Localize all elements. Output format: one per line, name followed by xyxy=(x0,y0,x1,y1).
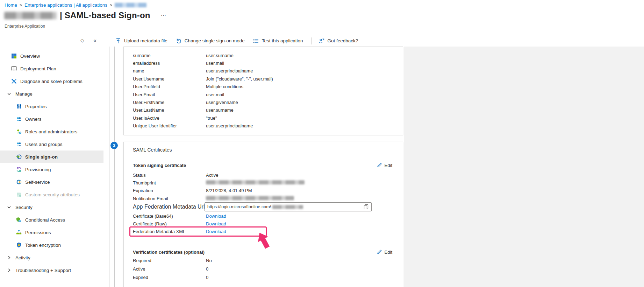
download-federation-metadata-link[interactable]: Download xyxy=(206,229,266,234)
sliders-icon xyxy=(16,104,22,109)
book-icon xyxy=(11,66,17,71)
active-label: Active xyxy=(133,266,206,272)
got-feedback-button[interactable]: Got feedback? xyxy=(319,38,358,44)
sidebar-group-manage[interactable]: Manage xyxy=(0,88,103,100)
required-label: Required xyxy=(133,258,206,263)
sidebar-item-self-service[interactable]: Self-service xyxy=(0,176,103,188)
attributes-icon xyxy=(16,192,22,197)
sidebar-item-users-groups[interactable]: Users and groups xyxy=(0,138,103,150)
sidebar-group-troubleshooting[interactable]: Troubleshooting + Support xyxy=(0,264,103,276)
verification-certificates-title: Verification certificates (optional) xyxy=(133,250,205,255)
sidebar-item-provisioning[interactable]: Provisioning xyxy=(0,163,103,176)
notification-email-label: Notification Email xyxy=(133,196,206,201)
change-sso-mode-button[interactable]: Change single sign-on mode xyxy=(176,38,245,44)
blade-background xyxy=(404,47,644,287)
token-signing-title: Token signing certificate xyxy=(133,163,186,168)
copy-icon[interactable] xyxy=(363,204,369,210)
claim-row: nameuser.userprincipalname xyxy=(133,67,394,75)
breadcrumb: Home > Enterprise applications | All app… xyxy=(5,2,147,8)
sidebar-group-security[interactable]: Security xyxy=(0,201,103,214)
metadata-url-label: App Federation Metadata Url xyxy=(133,204,206,210)
claim-row: User.LastNameuser.surname xyxy=(133,106,394,114)
page-header: Home > Enterprise applications | All app… xyxy=(0,0,644,35)
thumbprint-value-redacted xyxy=(206,180,305,184)
thumbprint-label: Thumbprint xyxy=(133,180,206,186)
collapse-menu-icon[interactable]: « xyxy=(93,37,96,44)
sidebar-item-overview[interactable]: Overview xyxy=(0,50,103,62)
main-content: 3 surnameuser.surname emailaddressuser.m… xyxy=(110,47,644,287)
expired-value: 0 xyxy=(206,275,392,280)
sidebar-group-activity[interactable]: Activity xyxy=(0,251,103,264)
federation-xml-label: Federation Metadata XML xyxy=(133,229,206,234)
claim-row: User.IsActive"true" xyxy=(133,114,394,122)
token-signing-header: Token signing certificate Edit xyxy=(133,162,392,169)
notification-email-redacted xyxy=(206,196,294,200)
sidebar-item-single-sign-on[interactable]: Single sign-on xyxy=(0,150,103,163)
chevron-right-icon xyxy=(7,268,11,272)
step-connector-line xyxy=(114,47,115,287)
metadata-url-redacted xyxy=(272,205,303,209)
sidebar-menu: Overview Deployment Plan Diagnose and so… xyxy=(0,47,103,287)
sidebar-item-deployment-plan[interactable]: Deployment Plan xyxy=(0,62,103,75)
cert-raw-label: Certificate (Raw) xyxy=(133,221,206,226)
feedback-icon xyxy=(319,38,324,44)
chevron-down-icon xyxy=(7,92,11,96)
test-application-button[interactable]: Test this application xyxy=(253,38,303,44)
active-value: 0 xyxy=(206,266,392,272)
sidebar-item-properties[interactable]: Properties xyxy=(0,100,103,113)
sidebar-item-permissions[interactable]: Permissions xyxy=(0,226,103,239)
status-label: Status xyxy=(133,173,206,178)
download-raw-link[interactable]: Download xyxy=(206,221,392,226)
verification-certificates-header: Verification certificates (optional) Edi… xyxy=(133,248,392,255)
certificate-download-rows: Certificate (Base64)Download Certificate… xyxy=(133,212,392,228)
breadcrumb-enterprise-apps[interactable]: Enterprise applications | All applicatio… xyxy=(24,2,107,8)
federation-metadata-highlight-box: Federation Metadata XML Download xyxy=(129,226,267,237)
sidebar-item-diagnose[interactable]: Diagnose and solve problems xyxy=(0,75,103,88)
upload-icon xyxy=(115,38,121,44)
sidebar-item-token-encryption[interactable]: Token encryption xyxy=(0,239,103,251)
expired-label: Expired xyxy=(133,275,206,280)
edit-verification-certificates-button[interactable]: Edit xyxy=(377,249,392,255)
checklist-icon xyxy=(253,38,259,44)
dock-pane-icon[interactable]: ◇ xyxy=(80,37,84,43)
claim-row: surnameuser.surname xyxy=(133,51,394,59)
claim-row: User.ProfileIdMultiple conditions xyxy=(133,83,394,91)
status-value: Active xyxy=(206,173,392,178)
app-name-redacted xyxy=(4,12,57,19)
saml-certificates-card: SAML Certificates Token signing certific… xyxy=(123,142,403,287)
section-divider xyxy=(133,242,393,242)
attributes-claims-card: surnameuser.surname emailaddressuser.mai… xyxy=(123,47,403,135)
person-gear-icon xyxy=(16,129,22,134)
breadcrumb-separator: > xyxy=(20,3,22,8)
command-bar: ◇ « Upload metadata file Change single s… xyxy=(0,35,644,47)
edit-token-certificate-button[interactable]: Edit xyxy=(377,162,392,168)
title-row: | SAML-based Sign-on ⋯ xyxy=(4,10,167,20)
breadcrumb-home[interactable]: Home xyxy=(5,2,17,8)
more-options-icon[interactable]: ⋯ xyxy=(161,12,167,19)
step-3-badge: 3 xyxy=(110,142,118,149)
metadata-url-field[interactable]: https://login.microsoftonline.com/ xyxy=(205,202,372,211)
page-subtitle: Enterprise Application xyxy=(5,24,45,29)
claim-row: User.Emailuser.mail xyxy=(133,91,394,98)
overview-icon xyxy=(11,53,17,59)
sidebar-item-conditional-access[interactable]: Conditional Access xyxy=(0,214,103,226)
upload-metadata-file-button[interactable]: Upload metadata file xyxy=(115,38,167,44)
required-value: No xyxy=(206,258,392,263)
sidebar-item-custom-security-attributes: Custom security attributes xyxy=(0,188,103,201)
federation-metadata-row: Federation Metadata XML Download xyxy=(133,229,266,234)
page-title: | SAML-based Sign-on xyxy=(60,10,150,20)
pencil-icon xyxy=(377,162,382,168)
verification-certificate-rows: RequiredNo Active0 Expired0 xyxy=(133,256,392,281)
shield-card-icon xyxy=(16,217,22,223)
sign-in-icon xyxy=(16,154,22,160)
tools-icon xyxy=(11,78,17,84)
claim-row: emailaddressuser.mail xyxy=(133,59,394,67)
toolbar-divider xyxy=(312,37,312,44)
sidebar-item-owners[interactable]: Owners xyxy=(0,113,103,125)
breadcrumb-app-name-redacted[interactable] xyxy=(115,3,147,7)
claim-row: User.UsernameJoin ("cloudaware", "-", us… xyxy=(133,75,394,83)
download-base64-link[interactable]: Download xyxy=(206,214,392,219)
sidebar-item-roles-administrators[interactable]: Roles and administrators xyxy=(0,125,103,138)
saml-certificates-title: SAML Certificates xyxy=(133,147,172,153)
shield-lock-icon xyxy=(16,242,22,248)
